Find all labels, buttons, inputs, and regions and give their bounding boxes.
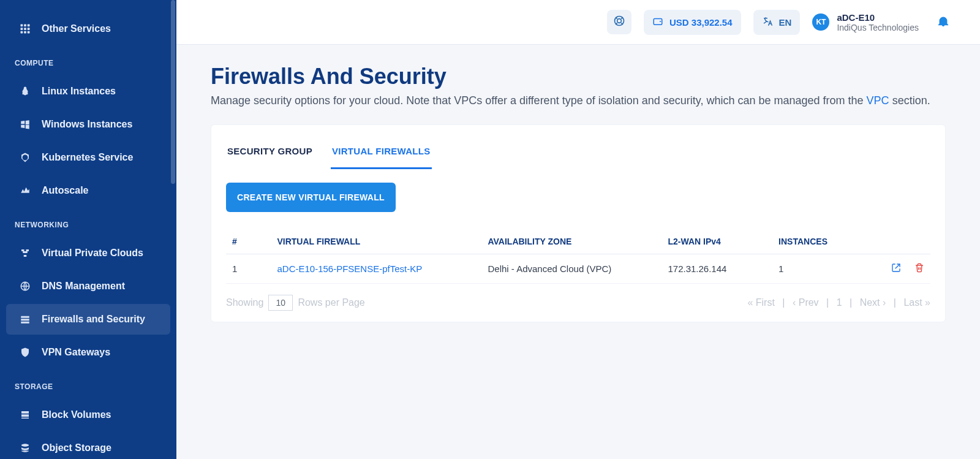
sidebar-item-label: Object Storage — [42, 442, 111, 453]
svg-rect-5 — [28, 28, 30, 30]
apps-grid-icon — [18, 22, 32, 36]
pager: « First | ‹ Prev | 1 | Next › | Last » — [747, 297, 930, 308]
tabs: SECURITY GROUP VIRTUAL FIREWALLS — [226, 140, 930, 169]
vpc-link[interactable]: VPC — [867, 94, 889, 107]
firewall-icon — [18, 313, 32, 326]
avatar-initials: KT — [816, 18, 826, 26]
linux-icon — [18, 85, 32, 98]
svg-rect-2 — [28, 25, 30, 27]
delete-icon[interactable] — [914, 263, 924, 275]
col-ipv4: L2-WAN IPv4 — [662, 229, 772, 254]
sidebar-item-windows-instances[interactable]: Windows Instances — [6, 109, 170, 140]
tab-security-group[interactable]: SECURITY GROUP — [226, 140, 314, 169]
wallet-icon — [652, 16, 663, 29]
sidebar-section-networking: NETWORKING — [0, 214, 176, 235]
sidebar: Other Services COMPUTE Linux Instances W… — [0, 0, 176, 459]
network-icon — [18, 246, 32, 260]
rows-per-page-label: Rows per Page — [298, 297, 364, 308]
shield-icon — [18, 346, 32, 359]
cell-ipv4: 172.31.26.144 — [662, 254, 772, 284]
autoscale-icon — [18, 184, 32, 197]
cell-actions — [866, 254, 931, 284]
sidebar-section-compute: COMPUTE — [0, 53, 176, 74]
svg-rect-8 — [28, 31, 30, 34]
kubernetes-icon — [18, 151, 32, 164]
lifebuoy-icon — [613, 15, 625, 29]
cell-index: 1 — [226, 254, 271, 284]
language-chip[interactable]: EN — [753, 10, 801, 35]
sidebar-item-label: Autoscale — [42, 185, 88, 196]
sidebar-section-storage: STORAGE — [0, 376, 176, 397]
firewall-link[interactable]: aDC-E10-156-PFSENSE-pfTest-KP — [277, 264, 422, 274]
sidebar-item-dns[interactable]: DNS Management — [6, 271, 170, 302]
pager-last-chevron-icon: » — [925, 297, 930, 308]
pager-first[interactable]: First — [756, 297, 775, 308]
content-card: SECURITY GROUP VIRTUAL FIREWALLS CREATE … — [211, 124, 946, 322]
pager-next-chevron-icon: › — [883, 297, 886, 308]
sidebar-scrollbar[interactable] — [171, 0, 175, 459]
sidebar-item-label: Block Volumes — [42, 409, 111, 420]
svg-rect-1 — [24, 25, 26, 27]
rows-per-page: Showing 10 Rows per Page — [226, 295, 365, 311]
notifications-button[interactable] — [931, 10, 956, 34]
cell-name: aDC-E10-156-PFSENSE-pfTest-KP — [271, 254, 481, 284]
sidebar-item-block-volumes[interactable]: Block Volumes — [6, 400, 170, 430]
globe-icon — [18, 279, 32, 293]
sidebar-item-label: Windows Instances — [42, 119, 132, 130]
col-actions — [866, 229, 931, 254]
account-name: aDC-E10 — [837, 12, 919, 23]
pager-prev-chevron-icon: ‹ — [793, 297, 796, 308]
volumes-icon — [18, 408, 32, 422]
sidebar-item-label: VPN Gateways — [42, 347, 110, 358]
sidebar-item-linux-instances[interactable]: Linux Instances — [6, 76, 170, 107]
sidebar-item-other-services[interactable]: Other Services — [6, 13, 170, 44]
org-name: IndiQus Technologies — [837, 23, 919, 32]
sidebar-item-firewalls-security[interactable]: Firewalls and Security — [6, 304, 170, 335]
windows-icon — [18, 118, 32, 131]
sidebar-item-vpc[interactable]: Virtual Private Clouds — [6, 238, 170, 268]
svg-rect-0 — [21, 25, 23, 27]
header: USD 33,922.54 EN KT aDC-E10 IndiQus Tech… — [176, 0, 980, 45]
sidebar-item-vpn-gateways[interactable]: VPN Gateways — [6, 337, 170, 368]
pager-prev[interactable]: Prev — [799, 297, 819, 308]
account-menu[interactable]: KT aDC-E10 IndiQus Technologies — [812, 12, 919, 32]
virtual-firewalls-table: # VIRTUAL FIREWALL AVAILABILITY ZONE L2-… — [226, 229, 930, 284]
sidebar-item-label: DNS Management — [42, 281, 125, 292]
main: Firewalls And Security Manage security o… — [176, 44, 980, 459]
showing-label: Showing — [226, 297, 263, 308]
object-storage-icon — [18, 441, 32, 455]
sidebar-item-kubernetes[interactable]: Kubernetes Service — [6, 142, 170, 173]
subtitle-prefix: Manage security options for your cloud. … — [211, 94, 867, 107]
svg-rect-6 — [21, 31, 23, 34]
balance-chip[interactable]: USD 33,922.54 — [644, 10, 741, 35]
cell-instances: 1 — [772, 254, 865, 284]
tab-virtual-firewalls[interactable]: VIRTUAL FIREWALLS — [331, 140, 432, 169]
sidebar-item-label: Firewalls and Security — [42, 314, 145, 325]
col-index: # — [226, 229, 271, 254]
subtitle-suffix: section. — [892, 94, 930, 107]
col-zone: AVAILABILITY ZONE — [481, 229, 662, 254]
svg-point-11 — [617, 19, 622, 23]
sidebar-item-object-storage[interactable]: Object Storage — [6, 433, 170, 459]
table-row: 1 aDC-E10-156-PFSENSE-pfTest-KP Delhi - … — [226, 254, 930, 284]
sidebar-item-autoscale[interactable]: Autoscale — [6, 175, 170, 206]
svg-rect-4 — [24, 28, 26, 30]
table-footer: Showing 10 Rows per Page « First | ‹ Pre… — [226, 295, 930, 311]
balance-text: USD 33,922.54 — [669, 17, 733, 28]
sidebar-item-label: Linux Instances — [42, 86, 116, 97]
page-subtitle: Manage security options for your cloud. … — [211, 94, 946, 107]
open-external-icon[interactable] — [891, 263, 901, 275]
col-instances: INSTANCES — [772, 229, 865, 254]
svg-rect-3 — [21, 28, 23, 30]
svg-rect-7 — [24, 31, 26, 34]
pager-last[interactable]: Last — [903, 297, 922, 308]
col-name: VIRTUAL FIREWALL — [271, 229, 481, 254]
sidebar-item-label: Virtual Private Clouds — [42, 248, 143, 259]
page-title: Firewalls And Security — [211, 64, 946, 89]
rows-per-page-input[interactable]: 10 — [268, 295, 293, 311]
sidebar-item-label: Kubernetes Service — [42, 152, 133, 163]
cell-zone: Delhi - Advanced Cloud (VPC) — [481, 254, 662, 284]
help-button[interactable] — [607, 10, 631, 34]
create-virtual-firewall-button[interactable]: CREATE NEW VIRTUAL FIREWALL — [226, 183, 396, 212]
pager-next[interactable]: Next — [860, 297, 880, 308]
